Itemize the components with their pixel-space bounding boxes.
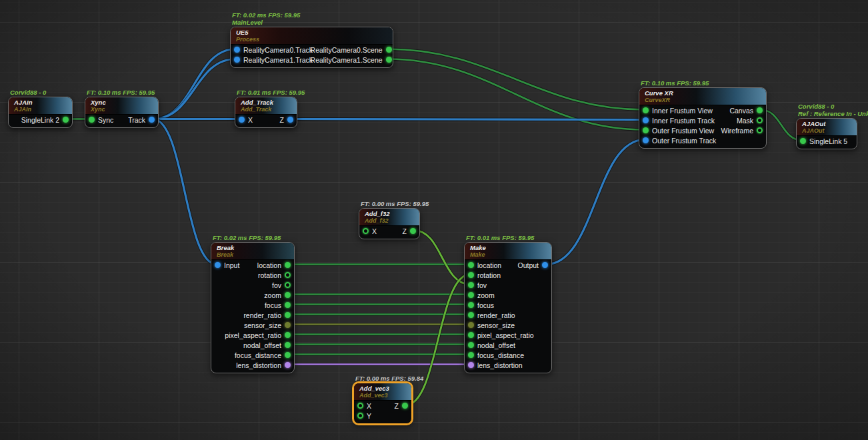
port-render_ratio[interactable]: [285, 312, 291, 318]
wire[interactable]: [387, 49, 645, 110]
wire[interactable]: [153, 59, 236, 119]
port-lens_distortion[interactable]: [285, 362, 291, 368]
port-Outer Frustum Track[interactable]: [643, 137, 649, 143]
port-RealityCamera0.Track[interactable]: [234, 47, 240, 53]
node-row: rotation: [465, 270, 551, 280]
port-Output[interactable]: [542, 262, 548, 268]
port-rotation[interactable]: [285, 272, 291, 278]
port-RealityCamera1.Scene[interactable]: [386, 57, 392, 63]
port-X[interactable]: [357, 403, 363, 409]
output-port-group: lens_distortion: [236, 361, 291, 369]
node-header: Add_f32Add_f32: [359, 209, 419, 226]
node-AJAOut[interactable]: Corvid88 - 0Ref : Reference In - Unknown…: [796, 118, 857, 149]
port-X[interactable]: [239, 117, 245, 123]
port-label: pixel_aspect_ratio: [477, 331, 534, 339]
wire[interactable]: [153, 119, 217, 265]
node-Break[interactable]: FT: 0.02 ms FPS: 59.95BreakBreakInputloc…: [211, 242, 295, 373]
node-graph-canvas[interactable]: Corvid88 - 0AJAInAJAInSingleLink 2FT: 0.…: [0, 0, 868, 440]
port-Track[interactable]: [149, 117, 155, 123]
port-nodal_offset[interactable]: [468, 342, 474, 348]
output-port-group: RealityCamera0.Scene: [311, 46, 389, 54]
input-port-group: Y: [357, 412, 371, 420]
port-rotation[interactable]: [468, 272, 474, 278]
port-pixel_aspect_ratio[interactable]: [285, 332, 291, 338]
port-label: SingleLink 2: [21, 116, 59, 124]
output-port-group: Track: [128, 116, 155, 124]
port-Inner Frustum View[interactable]: [643, 107, 649, 113]
node-row: sensor_size: [465, 320, 551, 330]
port-Y[interactable]: [357, 413, 363, 419]
port-RealityCamera1.Track[interactable]: [234, 57, 240, 63]
port-label: render_ratio: [477, 311, 515, 319]
output-port-group: Mask: [737, 117, 763, 125]
node-subtitle: Add_vec3: [359, 392, 411, 399]
node-subtitle: CurveXR: [645, 97, 766, 103]
output-port-group: Output: [517, 261, 548, 269]
port-Inner Frustum Track[interactable]: [643, 117, 649, 123]
input-port-group: rotation: [468, 271, 501, 279]
port-fov[interactable]: [285, 282, 291, 288]
port-Mask[interactable]: [757, 117, 763, 123]
node-row: pixel_aspect_ratio: [465, 330, 551, 340]
port-render_ratio[interactable]: [468, 312, 474, 318]
input-port-group: Inner Frustum Track: [643, 117, 715, 125]
port-label: X: [372, 227, 377, 235]
port-focus[interactable]: [285, 302, 291, 308]
port-Canvas[interactable]: [757, 107, 763, 113]
node-Make[interactable]: FT: 0.01 ms FPS: 59.95MakeMakelocationOu…: [464, 242, 552, 373]
input-port-group: Outer Frustum View: [643, 127, 714, 135]
node-header: UE5Process: [231, 27, 393, 45]
port-zoom[interactable]: [468, 292, 474, 298]
port-focus[interactable]: [468, 302, 474, 308]
port-nodal_offset[interactable]: [285, 342, 291, 348]
node-row: focus: [211, 300, 294, 310]
port-SingleLink 2[interactable]: [63, 117, 69, 123]
port-lens_distortion[interactable]: [468, 362, 474, 368]
node-Add_Track[interactable]: FT: 0.01 ms FPS: 59.95Add_TrackAdd_Track…: [235, 97, 297, 128]
output-port-group: render_ratio: [243, 311, 291, 319]
port-Input[interactable]: [215, 262, 221, 268]
port-RealityCamera0.Scene[interactable]: [386, 47, 392, 53]
port-X[interactable]: [363, 228, 369, 234]
port-label: focus: [265, 301, 281, 309]
node-AJAIn[interactable]: Corvid88 - 0AJAInAJAInSingleLink 2: [8, 97, 73, 128]
port-label: SingleLink 5: [809, 137, 847, 145]
node-subtitle: Process: [236, 36, 393, 43]
port-Z[interactable]: [402, 403, 408, 409]
node-title: UE5: [236, 29, 393, 36]
output-port-group: Z: [280, 116, 293, 124]
port-label: focus: [477, 301, 494, 309]
node-subtitle: Make: [470, 251, 551, 258]
node-subtitle: Break: [217, 251, 294, 258]
node-Xync[interactable]: FT: 0.10 ms FPS: 59.95XyncXyncSyncTrack: [85, 97, 159, 128]
port-sensor_size[interactable]: [285, 322, 291, 328]
wire[interactable]: [546, 140, 645, 265]
port-sensor_size[interactable]: [468, 322, 474, 328]
node-Add_f32[interactable]: FT: 0.00 ms FPS: 59.95Add_f32Add_f32XZ: [359, 208, 420, 239]
port-pixel_aspect_ratio[interactable]: [468, 332, 474, 338]
port-SingleLink 5[interactable]: [800, 138, 806, 144]
port-Z[interactable]: [287, 117, 293, 123]
node-subtitle: AJAIn: [14, 106, 72, 113]
node-CurveXR[interactable]: FT: 0.10 ms FPS: 59.95Curve XRCurveXRInn…: [639, 87, 767, 149]
port-label: location: [257, 261, 281, 269]
port-Sync[interactable]: [89, 117, 95, 123]
node-Add_vec3[interactable]: FT: 0.00 ms FPS: 59.84Add_vec3Add_vec3XZ…: [353, 383, 412, 424]
node-UE5[interactable]: FT: 0.02 ms FPS: 59.95MainLevelUE5Proces…: [230, 27, 393, 68]
port-Z[interactable]: [410, 228, 416, 234]
port-focus_distance[interactable]: [468, 352, 474, 358]
node-title: Break: [217, 245, 294, 251]
node-row: render_ratio: [465, 310, 551, 320]
port-label: lens_distortion: [236, 361, 281, 369]
port-fov[interactable]: [468, 282, 474, 288]
input-port-group: X: [363, 227, 377, 235]
port-focus_distance[interactable]: [285, 352, 291, 358]
node-subtitle: AJAOut: [802, 127, 857, 134]
port-location[interactable]: [285, 262, 291, 268]
port-Outer Frustum View[interactable]: [643, 127, 649, 133]
output-port-group: SingleLink 2: [21, 116, 69, 124]
wire[interactable]: [291, 119, 645, 120]
port-Wireframe[interactable]: [757, 127, 763, 133]
port-zoom[interactable]: [285, 292, 291, 298]
port-location[interactable]: [468, 262, 474, 268]
